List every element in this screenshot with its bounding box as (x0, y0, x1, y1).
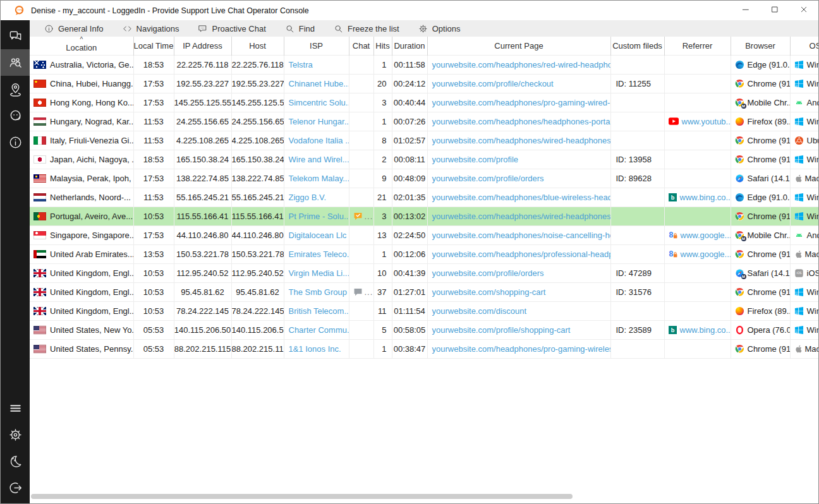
column-header-host[interactable]: Host (231, 37, 284, 55)
cell-current-page-link[interactable]: yourwebsite.com/profile/checkout (427, 74, 610, 93)
column-header-current-page[interactable]: Current Page (427, 37, 610, 55)
cell-local-time: 05:53 (133, 339, 174, 358)
cell-isp-link[interactable]: Virgin Media Li... (284, 263, 349, 282)
horizontal-scrollbar[interactable] (31, 494, 818, 499)
cell-isp-link[interactable]: Telstra (284, 55, 349, 74)
visitor-row[interactable]: United Kingdom, Engl...10:5395.45.81.629… (30, 282, 818, 301)
visitor-row[interactable]: Australia, Victoria, Ge...18:5322.225.76… (30, 55, 818, 74)
referrer-link[interactable]: www.google... (681, 249, 731, 259)
sidebar-item-settings[interactable] (1, 421, 30, 448)
gear-icon (418, 24, 428, 33)
maximize-button[interactable] (760, 1, 789, 20)
visitor-row[interactable]: China, Hubei, Huangg...17:53192.55.23.22… (30, 74, 818, 93)
sidebar-item-visitor-map[interactable] (1, 76, 30, 102)
minimize-button[interactable] (731, 1, 760, 20)
cell-browser: MSafari (14.1) (731, 263, 790, 282)
cell-current-page-link[interactable]: yourwebsite.com/profile/orders (427, 263, 610, 282)
visitor-row[interactable]: Japan, Aichi, Nagoya, ...18:53165.150.38… (30, 150, 818, 169)
column-header-duration[interactable]: Duration (392, 37, 427, 55)
cell-isp-link[interactable]: British Telecom... (284, 301, 349, 320)
visitor-row[interactable]: Italy, Friuli-Venezia Gi...11:534.225.10… (30, 131, 818, 150)
cell-current-page-link[interactable]: yourwebsite.com/headphones/headphones-po… (427, 112, 610, 131)
sidebar-item-night-mode[interactable] (1, 448, 30, 474)
visitor-row[interactable]: Hong Kong, Hong Ko...17:53145.255.125.55… (30, 93, 818, 112)
cell-isp-link[interactable]: Emirates Teleco... (284, 244, 349, 263)
visitor-row[interactable]: United Kingdom, Engl...10:53112.95.240.5… (30, 263, 818, 282)
column-header-local-time[interactable]: Local Time (133, 37, 174, 55)
cell-referrer[interactable]: www.youtub... (664, 112, 731, 131)
column-header-custom-fileds[interactable]: Custom fileds (610, 37, 664, 55)
cell-current-page-link[interactable]: yourwebsite.com/profile (427, 150, 610, 169)
cell-isp-link[interactable]: Telenor Hungar... (284, 112, 349, 131)
column-header-isp[interactable]: ISP (284, 37, 349, 55)
cell-current-page-link[interactable]: yourwebsite.com/headphones/wired-headpho… (427, 131, 610, 150)
cell-referrer[interactable]: bwww.bing.co... (664, 320, 731, 339)
sidebar-item-chats[interactable] (1, 23, 30, 49)
visitor-row[interactable]: United Arab Emirates...13:53150.53.221.7… (30, 244, 818, 263)
toolbar-button-navigations[interactable]: Navigations (113, 20, 189, 37)
visitor-row[interactable]: United States, New Yo...05:53140.115.206… (30, 320, 818, 339)
cell-current-page-link[interactable]: yourwebsite.com/headphones/pro-gaming-wi… (427, 339, 610, 358)
visitor-row[interactable]: United States, Pennsy...05:5388.202.215.… (30, 339, 818, 358)
toolbar-button-find[interactable]: Find (276, 20, 324, 37)
cell-isp-link[interactable]: Vodafone Italia ... (284, 131, 349, 150)
cell-isp-link[interactable]: Pt Prime - Solu... (284, 207, 349, 225)
sidebar-item-menu[interactable] (1, 395, 30, 421)
cell-referrer[interactable]: bwww.bing.co... (664, 188, 731, 207)
cell-isp-link[interactable]: 1&1 Ionos Inc. (284, 339, 349, 358)
column-header-ip-address[interactable]: IP Address (174, 37, 231, 55)
referrer-link[interactable]: www.bing.co... (680, 325, 731, 335)
location-text: United Kingdom, Engl... (50, 306, 133, 316)
sidebar-item-account-info[interactable] (1, 129, 30, 155)
cell-referrer[interactable]: 8www.google... (664, 225, 731, 244)
visitor-row[interactable]: Malaysia, Perak, Ipoh, ...17:53138.222.7… (30, 169, 818, 188)
cell-current-page-link[interactable]: yourwebsite.com/discount (427, 301, 610, 320)
visitor-row[interactable]: Hungary, Nograd, Kar...11:5324.255.156.6… (30, 112, 818, 131)
cell-host: 22.225.76.118 (231, 55, 284, 74)
cell-isp-link[interactable]: Charter Commu... (284, 320, 349, 339)
column-header-browser[interactable]: Browser (731, 37, 790, 55)
referrer-link[interactable]: www.youtub... (682, 117, 731, 126)
visitor-row[interactable]: United Kingdom, Engl...10:5378.24.222.14… (30, 301, 818, 320)
cell-current-page-link[interactable]: yourwebsite.com/profile/orders (427, 169, 610, 188)
visitor-row[interactable]: Netherlands, Noord-...11:5355.165.245.21… (30, 188, 818, 207)
visitor-row[interactable]: Singapore, Singapore...17:5344.110.246.8… (30, 225, 818, 244)
cell-current-page-link[interactable]: yourwebsite.com/shopping-cart (427, 282, 610, 301)
cell-referrer[interactable]: 8www.google... (664, 244, 731, 263)
cell-os: 10Win... (790, 301, 818, 320)
cell-isp-link[interactable]: Digitalocean Llc (284, 225, 349, 244)
cell-custom-fields: ID: 47289 (610, 263, 664, 282)
column-header-os[interactable]: OS (790, 37, 818, 55)
toolbar-button-general-info[interactable]: General Info (35, 20, 113, 37)
cell-isp-link[interactable]: Telekom Malay... (284, 169, 349, 188)
scrollbar-thumb[interactable] (31, 494, 573, 499)
referrer-link[interactable]: www.google... (681, 231, 731, 240)
sidebar-item-visitors[interactable] (1, 49, 30, 76)
cell-current-page-link[interactable]: yourwebsite.com/headphones/wired-headpho… (427, 207, 610, 225)
cell-isp-link[interactable]: Ziggo B.V. (284, 188, 349, 207)
column-header-referrer[interactable]: Referrer (664, 37, 731, 55)
cell-current-page-link[interactable]: yourwebsite.com/headphones/professional-… (427, 244, 610, 263)
toolbar-button-options[interactable]: Options (409, 20, 470, 37)
toolbar-button-freeze-the-list[interactable]: Freeze the list (324, 20, 409, 37)
chrome-icon (735, 212, 744, 221)
sidebar-item-operators[interactable] (1, 102, 30, 129)
cell-current-page-link[interactable]: yourwebsite.com/headphones/red-wired-hea… (427, 55, 610, 74)
cell-isp-link[interactable]: The Smb Group (284, 282, 349, 301)
cell-isp-link[interactable]: Wire and Wirel... (284, 150, 349, 169)
column-header-location[interactable]: ^Location (30, 37, 133, 55)
cell-isp-link[interactable]: Simcentric Solu... (284, 93, 349, 112)
column-header-hits[interactable]: Hits (373, 37, 392, 55)
referrer-link[interactable]: www.bing.co... (680, 193, 731, 202)
close-button[interactable] (789, 1, 818, 20)
column-header-chat[interactable]: Chat (349, 37, 373, 55)
cell-host: 95.45.81.62 (231, 282, 284, 301)
cell-current-page-link[interactable]: yourwebsite.com/headphones/pro-gaming-wi… (427, 93, 610, 112)
cell-current-page-link[interactable]: yourwebsite.com/profile/shopping-cart (427, 320, 610, 339)
toolbar-button-proactive-chat[interactable]: Proactive Chat (188, 20, 275, 37)
cell-current-page-link[interactable]: yourwebsite.com/headphones/noise-cancell… (427, 225, 610, 244)
visitor-row[interactable]: Portugal, Aveiro, Ave...10:53115.55.166.… (30, 207, 818, 225)
cell-current-page-link[interactable]: yourwebsite.com/headphones/blue-wireless… (427, 188, 610, 207)
cell-isp-link[interactable]: Chinanet Hube... (284, 74, 349, 93)
sidebar-item-logout[interactable] (1, 474, 30, 501)
